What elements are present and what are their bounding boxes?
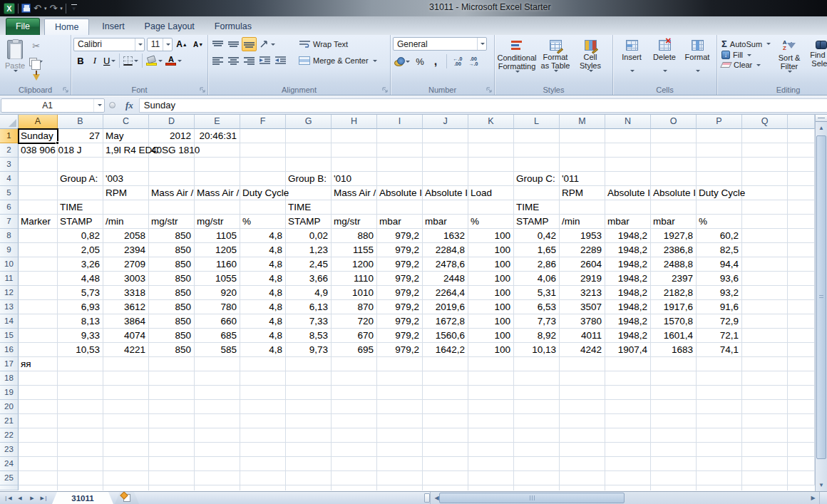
redo-caret-icon[interactable]: ▾ (60, 6, 63, 11)
shrink-font-button[interactable]: A▼ (191, 37, 205, 51)
cell-J20[interactable] (423, 400, 468, 414)
cell-H17[interactable] (332, 357, 377, 371)
cell-B22[interactable] (58, 428, 103, 443)
cell-Q14[interactable] (742, 314, 788, 329)
cell-O1[interactable] (651, 129, 697, 143)
cell-K24[interactable] (468, 457, 514, 471)
cell-Q19[interactable] (742, 386, 788, 400)
format-as-table-button[interactable]: Format as Table (537, 37, 574, 84)
cell-M6[interactable] (560, 200, 605, 215)
cell-B13[interactable]: 6,93 (58, 300, 103, 314)
cell-N23[interactable] (605, 443, 651, 457)
cell-D8[interactable]: 850 (149, 229, 195, 243)
cell-I22[interactable] (377, 428, 423, 443)
cell-C24[interactable] (103, 457, 149, 471)
insert-function-button[interactable]: fx (120, 100, 139, 111)
cell-G21[interactable] (286, 414, 332, 428)
cell-G9[interactable]: 1,23 (286, 243, 332, 257)
cell-N10[interactable]: 1948,2 (605, 257, 651, 272)
underline-button[interactable]: U (102, 53, 117, 68)
tab-scrollbar-splitter[interactable] (424, 493, 430, 503)
cell-C2[interactable]: 1,9l R4 EDC (103, 143, 149, 158)
cell-C17[interactable] (103, 357, 149, 371)
cell-K4[interactable] (468, 172, 514, 186)
column-header-J[interactable]: J (423, 115, 468, 129)
cell-F15[interactable]: 4,8 (240, 329, 286, 343)
cell-partial-bottom-I[interactable] (377, 485, 423, 490)
cell-A19[interactable] (19, 386, 58, 400)
sheet-tab-31011[interactable]: 31011 (52, 492, 113, 504)
cell-H3[interactable] (332, 158, 377, 172)
cell-D21[interactable] (149, 414, 195, 428)
cell-partial-24[interactable] (788, 457, 815, 471)
cell-O23[interactable] (651, 443, 697, 457)
cell-P16[interactable]: 74,1 (697, 343, 742, 357)
cell-L16[interactable]: 10,13 (514, 343, 560, 357)
cell-J6[interactable] (423, 200, 468, 215)
cell-I7[interactable]: mbar (377, 215, 423, 229)
cell-N8[interactable]: 1948,2 (605, 229, 651, 243)
cell-K25[interactable] (468, 471, 514, 485)
cell-L14[interactable]: 7,73 (514, 314, 560, 329)
cell-I16[interactable]: 979,2 (377, 343, 423, 357)
cell-partial-20[interactable] (788, 400, 815, 414)
accounting-format-button[interactable] (393, 54, 411, 68)
row-header-24[interactable]: 24 (0, 457, 19, 471)
cell-N20[interactable] (605, 400, 651, 414)
window-resize-corner[interactable] (819, 492, 827, 504)
cell-partial-8[interactable] (788, 229, 815, 243)
cell-L9[interactable]: 1,65 (514, 243, 560, 257)
cell-C6[interactable] (103, 200, 149, 215)
cell-H15[interactable]: 670 (332, 329, 377, 343)
cell-L7[interactable]: STAMP (514, 215, 560, 229)
cell-D11[interactable]: 850 (149, 272, 195, 286)
cell-I9[interactable]: 979,2 (377, 243, 423, 257)
cell-A8[interactable] (19, 229, 58, 243)
row-header-10[interactable]: 10 (0, 257, 19, 272)
cell-F6[interactable] (240, 200, 286, 215)
cell-M18[interactable] (560, 371, 605, 386)
cell-B4[interactable]: Group A: (58, 172, 103, 186)
cell-J23[interactable] (423, 443, 468, 457)
cell-F25[interactable] (240, 471, 286, 485)
cell-C9[interactable]: 2394 (103, 243, 149, 257)
cell-Q25[interactable] (742, 471, 788, 485)
cell-D5[interactable]: Mass Air / (149, 186, 195, 200)
cell-G20[interactable] (286, 400, 332, 414)
cell-A11[interactable] (19, 272, 58, 286)
decrease-decimal-button[interactable]: .00→.0 (466, 54, 481, 68)
cell-L23[interactable] (514, 443, 560, 457)
cell-M5[interactable]: RPM (560, 186, 605, 200)
cell-D4[interactable] (149, 172, 195, 186)
cell-L19[interactable] (514, 386, 560, 400)
scroll-right-button[interactable]: ▶ (807, 492, 819, 504)
cell-E20[interactable] (195, 400, 240, 414)
cell-partial-bottom-B[interactable] (58, 485, 103, 490)
cell-L25[interactable] (514, 471, 560, 485)
cell-I13[interactable]: 979,2 (377, 300, 423, 314)
cell-K19[interactable] (468, 386, 514, 400)
cell-G2[interactable] (286, 143, 332, 158)
delete-cells-button[interactable]: Delete (648, 37, 681, 84)
cell-partial-6[interactable] (788, 200, 815, 215)
cell-A9[interactable] (19, 243, 58, 257)
cell-C13[interactable]: 3612 (103, 300, 149, 314)
font-size-combobox[interactable]: 11 (147, 38, 173, 51)
cell-O21[interactable] (651, 414, 697, 428)
cell-D2[interactable]: 40SG 1810 (149, 143, 195, 158)
cell-M8[interactable]: 1953 (560, 229, 605, 243)
cell-Q23[interactable] (742, 443, 788, 457)
vertical-scrollbar-thumb[interactable] (816, 135, 826, 459)
cell-A3[interactable] (19, 158, 58, 172)
cell-K7[interactable]: % (468, 215, 514, 229)
cell-A21[interactable] (19, 414, 58, 428)
column-header-C[interactable]: C (103, 115, 149, 129)
cell-B2[interactable] (58, 143, 103, 158)
row-header-4[interactable]: 4 (0, 172, 19, 186)
cell-G5[interactable] (286, 186, 332, 200)
cell-M21[interactable] (560, 414, 605, 428)
cell-N5[interactable]: Absolute I (605, 186, 651, 200)
cell-H10[interactable]: 1200 (332, 257, 377, 272)
cell-partial-3[interactable] (788, 158, 815, 172)
cell-N17[interactable] (605, 357, 651, 371)
